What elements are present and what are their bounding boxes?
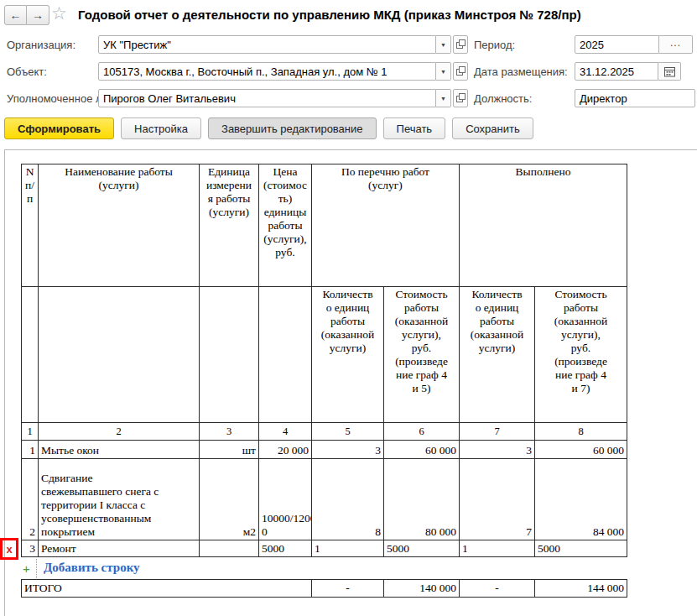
col-number: 6 [384, 423, 460, 441]
object-open-button[interactable] [453, 62, 468, 81]
settings-button[interactable]: Настройка [121, 117, 201, 139]
subheader-cost-list: Стоимость работы (оказанной услуги), руб… [384, 287, 460, 423]
col-header-by-list: По перечню работ (услуг) [312, 164, 460, 287]
organization-input[interactable]: УК "Престиж" [98, 35, 436, 54]
subheader-cost-done: Стоимость работы (оказанной услуги), руб… [535, 287, 627, 423]
period-field[interactable]: 2025 ... [575, 35, 693, 54]
delete-row-annotation-box: x [0, 538, 18, 560]
open-form-icon [455, 93, 466, 103]
placement-date-field[interactable]: 31.12.2025 [575, 62, 681, 81]
col-number: 4 [259, 423, 312, 441]
total-qty-done-cell: - [460, 580, 535, 598]
placement-date-calendar-button[interactable] [658, 62, 681, 81]
col-header-done: Выполнено [460, 164, 627, 287]
add-row-separator [36, 559, 37, 578]
qty-list-cell[interactable]: 1 [312, 540, 384, 557]
generate-button[interactable]: Сформировать [4, 117, 114, 139]
placement-date-input[interactable]: 31.12.2025 [575, 62, 658, 81]
column-number-row: 1 2 3 4 5 6 7 8 [22, 423, 627, 441]
authorized-person-open-button[interactable] [453, 89, 468, 107]
row-number-cell: 2 [22, 459, 39, 540]
cost-list-cell[interactable]: 80 000 [384, 459, 460, 540]
authorized-person-field[interactable]: Пирогов Олег Витальевич ▼ [98, 89, 451, 107]
price-cell[interactable]: 20 000 [259, 441, 312, 459]
cost-done-cell[interactable]: 5000 [535, 540, 627, 557]
organization-dropdown-button[interactable]: ▼ [436, 35, 451, 54]
object-label: Объект: [7, 65, 47, 78]
qty-done-cell[interactable]: 3 [460, 441, 535, 459]
add-row-link[interactable]: Добавить строку [44, 561, 140, 575]
ellipsis-icon: ... [670, 37, 681, 53]
col-header-name: Наименование работы (услуги) [39, 164, 200, 287]
organization-label: Организация: [7, 39, 75, 51]
period-input[interactable]: 2025 [575, 35, 659, 54]
organization-open-button[interactable] [453, 35, 468, 54]
forward-button[interactable]: → [27, 5, 49, 25]
organization-field[interactable]: УК "Престиж" ▼ [98, 35, 451, 54]
empty-header-cell [22, 287, 39, 423]
total-row: ИТОГО - 140 000 - 144 000 [22, 580, 627, 598]
table-row[interactable]: 3 Ремонт 5000 1 5000 1 5000 [22, 540, 627, 557]
col-number: 1 [22, 423, 39, 441]
qty-done-cell[interactable]: 7 [460, 459, 535, 540]
period-more-button[interactable]: ... [659, 35, 693, 54]
position-input[interactable]: Директор [575, 89, 695, 107]
work-name-cell[interactable]: Мытье окон [39, 441, 200, 459]
col-header-price: Цена (стоимос ть) единицы работы (услуги… [259, 164, 312, 287]
cost-list-cell[interactable]: 60 000 [384, 441, 460, 459]
position-label: Должность: [474, 92, 532, 105]
totals-table: ИТОГО - 140 000 - 144 000 [21, 579, 627, 598]
col-number: 2 [39, 423, 200, 441]
sheet-top-border [4, 149, 697, 150]
authorized-person-input[interactable]: Пирогов Олег Витальевич [98, 89, 436, 107]
total-qty-list-cell: - [312, 580, 384, 598]
cost-done-cell[interactable]: 84 000 [535, 459, 627, 540]
row-number-cell: 3 [22, 540, 39, 557]
nav-buttons: ← → [4, 5, 49, 25]
plus-icon: + [23, 561, 30, 576]
authorized-person-dropdown-button[interactable]: ▼ [436, 89, 451, 107]
table-row[interactable]: 1 Мытье окон шт 20 000 3 60 000 3 60 000 [22, 441, 627, 459]
subheader-qty-done: Количеств о единиц работы (оказанной усл… [460, 287, 535, 423]
empty-header-cell [39, 287, 200, 423]
period-label: Период: [474, 39, 515, 51]
col-header-num: N п/п [22, 164, 39, 287]
col-number: 5 [312, 423, 384, 441]
work-name-cell[interactable]: Сдвигание свежевыпавшего снега с террито… [39, 459, 200, 540]
object-field[interactable]: 105173, Москва г., Восточный п., Западна… [98, 62, 451, 81]
favorite-star-icon[interactable]: ☆ [51, 3, 67, 23]
delete-row-icon[interactable]: x [6, 544, 12, 555]
total-label-cell: ИТОГО [22, 580, 312, 598]
print-button[interactable]: Печать [383, 117, 446, 139]
col-number: 7 [460, 423, 535, 441]
price-cell[interactable]: 10000/1200 0 [259, 459, 312, 540]
table-row[interactable]: 2 Сдвигание свежевыпавшего снега с терри… [22, 459, 627, 540]
col-header-unit: Единица измерени я работы (услуги) [200, 164, 259, 287]
qty-done-cell[interactable]: 1 [460, 540, 535, 557]
unit-cell[interactable] [200, 540, 259, 557]
price-cell[interactable]: 5000 [259, 540, 312, 557]
qty-list-cell[interactable]: 8 [312, 459, 384, 540]
cost-done-cell[interactable]: 60 000 [535, 441, 627, 459]
work-name-cell[interactable]: Ремонт [39, 540, 200, 557]
unit-cell[interactable]: м2 [200, 459, 259, 540]
works-table: N п/п Наименование работы (услуги) Едини… [21, 164, 627, 557]
total-cost-done-cell: 144 000 [535, 580, 627, 598]
col-number: 8 [535, 423, 627, 441]
object-dropdown-button[interactable]: ▼ [436, 62, 451, 81]
save-button[interactable]: Сохранить [452, 117, 533, 139]
add-row-area: + Добавить строку [0, 558, 627, 579]
qty-list-cell[interactable]: 3 [312, 441, 384, 459]
action-toolbar: Сформировать Настройка Завершить редакти… [4, 117, 533, 139]
forward-arrow-icon: → [32, 8, 44, 22]
object-input[interactable]: 105173, Москва г., Восточный п., Западна… [98, 62, 436, 81]
position-field[interactable]: Директор [575, 89, 695, 107]
empty-header-cell [259, 287, 312, 423]
open-form-icon [455, 66, 466, 76]
cost-list-cell[interactable]: 5000 [384, 540, 460, 557]
unit-cell[interactable]: шт [200, 441, 259, 459]
total-cost-list-cell: 140 000 [384, 580, 460, 598]
back-button[interactable]: ← [4, 5, 27, 25]
placement-date-label: Дата размещения: [474, 65, 568, 78]
finish-editing-button[interactable]: Завершить редактирование [208, 117, 377, 139]
